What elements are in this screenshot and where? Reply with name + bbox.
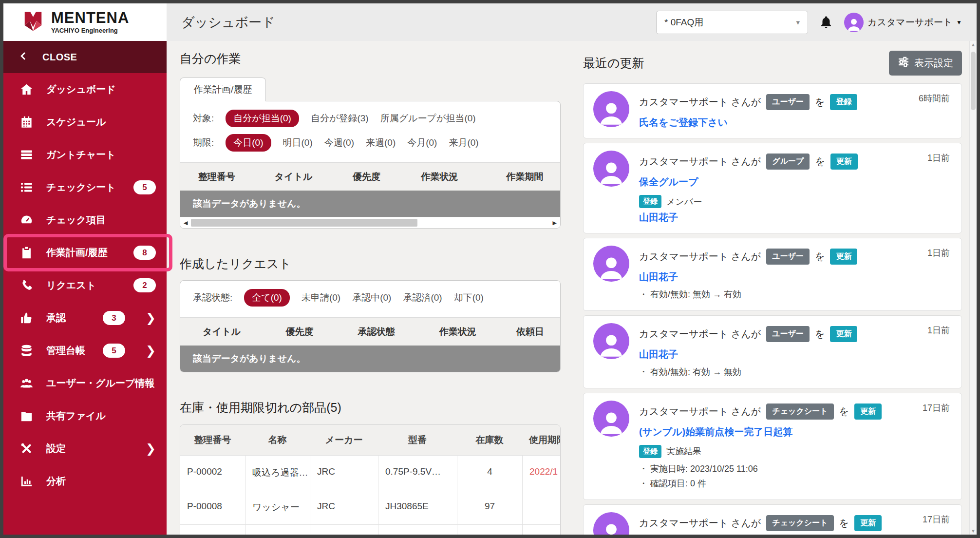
- particle-text: を: [815, 96, 825, 109]
- brand-logo[interactable]: MENTENA YACHIYO Engineering: [3, 3, 167, 41]
- brand-subtitle: YACHIYO Engineering: [51, 27, 129, 34]
- deadline-filter-label: 期限:: [193, 136, 214, 149]
- count-badge: 5: [103, 344, 125, 358]
- users-icon: [19, 377, 34, 390]
- user-avatar-icon: [844, 13, 864, 32]
- update-target-link[interactable]: (サンプル)始業前点検ー完了日起算: [639, 425, 792, 439]
- table-row[interactable]: P-00008 ワッシャー JRC JH30865E 97: [180, 490, 560, 524]
- update-actor: カスタマーサポート さんが: [639, 155, 761, 168]
- filter-this-week[interactable]: 今週(0): [324, 136, 354, 149]
- target-filter-label: 対象:: [193, 112, 214, 125]
- table-row[interactable]: P-00009 オイル シェル オ… 0: [180, 524, 560, 538]
- requests-card: 承認状態: 全て(0) 未申請(0) 承認中(0) 承認済(0) 却下(0) タ…: [180, 280, 561, 372]
- update-target-link[interactable]: 山田花子: [639, 270, 678, 284]
- part-stock: 4: [457, 456, 522, 490]
- action-badge: 登録: [830, 94, 857, 110]
- sidebar-item-check-items[interactable]: チェック項目: [3, 204, 167, 236]
- scrollbar-thumb[interactable]: [191, 219, 417, 227]
- scrollbar-thumb[interactable]: [971, 52, 976, 110]
- filter-today[interactable]: 今日(0): [226, 134, 271, 152]
- user-name: カスタマーサポート: [867, 16, 952, 29]
- page-title: ダッシュボード: [181, 14, 275, 31]
- workspace-select-value: * 0FAQ用: [664, 16, 703, 29]
- user-menu[interactable]: カスタマーサポート ▼: [844, 13, 962, 32]
- filter-next-week[interactable]: 来週(0): [366, 136, 396, 149]
- object-type-badge: チェックシート: [766, 404, 833, 420]
- database-icon: [19, 344, 34, 357]
- filter-tomorrow[interactable]: 明日(0): [283, 136, 313, 149]
- sidebar-item-dashboard[interactable]: ダッシュボード: [3, 73, 167, 106]
- part-maker: [310, 525, 378, 538]
- scroll-left-icon[interactable]: ◀: [184, 220, 188, 226]
- calendar-icon: [19, 115, 34, 129]
- update-item: カスタマーサポート さんが チェックシート を 更新 (サンプル)始業前点検ー完…: [583, 393, 962, 500]
- change-detail: ・ 有効/無効: 無効 → 有効: [639, 288, 952, 302]
- notifications-bell-icon[interactable]: [819, 15, 833, 30]
- filter-this-month[interactable]: 今月(0): [407, 136, 437, 149]
- no-data-message: 該当データがありません。: [180, 191, 560, 217]
- action-badge: 更新: [854, 515, 882, 531]
- particle-text: を: [839, 405, 849, 418]
- my-work-card: 対象: 自分が担当(0) 自分が登録(3) 所属グループが担当(0) 期限: 今…: [180, 101, 561, 229]
- sidebar-item-work-plan-history[interactable]: 作業計画/履歴 8: [3, 236, 167, 269]
- clipboard-icon: [19, 246, 34, 259]
- app-header: MENTENA YACHIYO Engineering ダッシュボード * 0F…: [3, 3, 977, 41]
- update-target-link[interactable]: 山田花子: [639, 348, 678, 361]
- user-avatar-icon: [593, 512, 629, 538]
- sidebar-item-schedule[interactable]: スケジュール: [3, 106, 167, 138]
- sidebar-collapse-button[interactable]: CLOSE: [3, 41, 167, 73]
- column-header: タイトル: [180, 326, 263, 338]
- part-maker: JRC: [310, 456, 378, 490]
- sub-action-badge: 登録: [639, 445, 661, 458]
- column-header: 作業状況: [399, 171, 480, 183]
- column-header: 優先度: [263, 326, 336, 338]
- update-target-link[interactable]: 保全グループ: [639, 175, 698, 189]
- tab-work-plan-history[interactable]: 作業計画/履歴: [180, 77, 266, 101]
- table-row[interactable]: P-00002 吸込ろ過器… JRC 0.75P-9.5V… 4 2022/1: [180, 455, 560, 490]
- sidebar-item-users-groups[interactable]: ユーザー・グループ情報: [3, 367, 167, 400]
- filter-next-month[interactable]: 来月(0): [449, 136, 478, 149]
- top-bar: ダッシュボード * 0FAQ用 ▾ カスタマーサポート ▼: [167, 3, 977, 41]
- display-settings-label: 表示設定: [914, 57, 953, 70]
- sidebar-item-gantt[interactable]: ガントチャート: [3, 138, 167, 171]
- filter-not-applied[interactable]: 未申請(0): [302, 291, 340, 304]
- filter-pending[interactable]: 承認中(0): [352, 291, 391, 304]
- scroll-right-icon[interactable]: ▶: [553, 220, 557, 226]
- main-content: 自分の作業 作業計画/履歴 対象: 自分が担当(0) 自分が登録(3) 所属グル…: [167, 41, 568, 535]
- column-header: メーカー: [310, 434, 378, 446]
- object-type-badge: チェックシート: [766, 515, 833, 531]
- filter-rejected[interactable]: 却下(0): [454, 291, 484, 304]
- sidebar-item-label: 共有ファイル: [46, 409, 106, 423]
- sidebar-item-ledger[interactable]: 管理台帳 5 ❯: [3, 334, 167, 367]
- filter-group-assigned[interactable]: 所属グループが担当(0): [380, 112, 476, 125]
- workspace-select[interactable]: * 0FAQ用 ▾: [656, 11, 808, 34]
- horizontal-scrollbar[interactable]: ◀ ▶: [180, 217, 560, 228]
- vertical-scrollbar[interactable]: ▲ ▼: [969, 41, 977, 535]
- update-target-link[interactable]: 氏名をご登録下さい: [639, 116, 728, 129]
- sidebar-item-checksheet[interactable]: チェックシート 5: [3, 171, 167, 204]
- recent-updates-panel: 最近の更新 表示設定 カスタマーサポート さんが ユーザー を 登録: [568, 41, 977, 535]
- gauge-icon: [19, 213, 34, 227]
- approval-status-label: 承認状態:: [193, 291, 232, 304]
- count-badge: 5: [133, 180, 156, 194]
- user-avatar-icon: [593, 91, 629, 127]
- scroll-down-icon[interactable]: ▼: [971, 528, 976, 534]
- filter-all[interactable]: 全て(0): [244, 289, 290, 307]
- sidebar-item-analytics[interactable]: 分析: [3, 465, 167, 498]
- sidebar-item-shared-files[interactable]: 共有ファイル: [3, 400, 167, 432]
- filter-registered-by-me[interactable]: 自分が登録(3): [311, 112, 369, 125]
- sidebar-item-label: チェック項目: [46, 213, 106, 227]
- sidebar-item-request[interactable]: リクエスト 2: [3, 269, 167, 302]
- update-time: 17日前: [923, 402, 950, 414]
- change-detail: ・ 有効/無効: 有効 → 無効: [639, 365, 952, 379]
- member-link[interactable]: 山田花子: [639, 211, 678, 224]
- change-detail: ・ 確認項目: 0 件: [639, 477, 952, 491]
- filter-assigned-to-me[interactable]: 自分が担当(0): [226, 110, 299, 127]
- scroll-up-icon[interactable]: ▲: [971, 42, 976, 47]
- filter-approved[interactable]: 承認済(0): [403, 291, 442, 304]
- update-time: 17日前: [923, 514, 950, 525]
- sidebar-item-settings[interactable]: 設定 ❯: [3, 432, 167, 465]
- sidebar-item-approval[interactable]: 承認 3 ❯: [3, 302, 167, 334]
- display-settings-button[interactable]: 表示設定: [889, 51, 962, 76]
- sidebar-item-label: 設定: [46, 442, 66, 455]
